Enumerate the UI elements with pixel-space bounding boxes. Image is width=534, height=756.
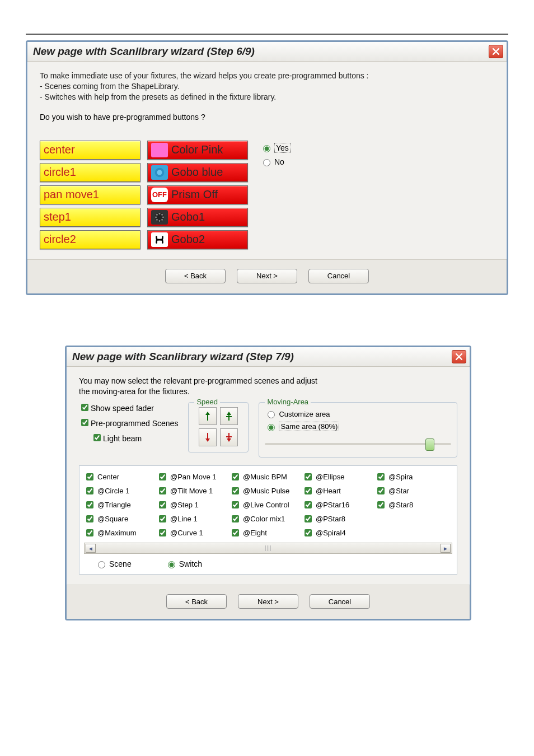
radio-switch[interactable]: Switch: [165, 559, 202, 568]
svg-point-8: [161, 214, 163, 216]
scenes-list-pane: Center @Circle 1 @Triangle @Square @Maxi…: [79, 465, 457, 575]
chk-panmove1[interactable]: @Pan Move 1: [157, 472, 218, 482]
wizard-step7-dialog: New page with Scanlibrary wizard (Step 7…: [65, 346, 471, 621]
chk-pstar16[interactable]: @PStar16: [302, 500, 364, 510]
chk-ellipse[interactable]: @Ellipse: [302, 472, 364, 482]
chk-livecontrol[interactable]: @Live Control: [229, 500, 291, 510]
speed-down-right-button[interactable]: [220, 428, 238, 446]
cancel-button[interactable]: Cancel: [310, 594, 370, 609]
chk-star8-cut[interactable]: @Star8: [375, 500, 413, 510]
chk-spira-cut[interactable]: @Spira: [375, 472, 413, 482]
dialog-title: New page with Scanlibrary wizard (Step 6…: [33, 42, 255, 61]
chk-preprogrammed-scenes[interactable]: Pre-programmed Scenes: [79, 417, 178, 428]
scroll-grip-icon: [265, 545, 271, 551]
svg-point-10: [161, 219, 163, 221]
svg-point-3: [159, 213, 161, 214]
close-icon[interactable]: [452, 350, 466, 363]
off-icon: OFF: [151, 188, 168, 202]
svg-point-9: [156, 219, 158, 221]
next-button[interactable]: Next >: [237, 269, 297, 283]
radio-no[interactable]: No: [260, 157, 291, 166]
area-slider[interactable]: [265, 437, 451, 451]
scene-circle1-button[interactable]: circle1: [40, 163, 140, 182]
switch-prism-off-button[interactable]: OFF Prism Off: [147, 185, 248, 204]
chk-line1[interactable]: @Line 1: [157, 514, 218, 524]
chk-eight[interactable]: @Eight: [229, 528, 291, 538]
titlebar: New page with Scanlibrary wizard (Step 7…: [67, 347, 470, 367]
switch-gobo2-button[interactable]: Gobo2: [147, 230, 248, 249]
back-button[interactable]: < Back: [165, 269, 226, 283]
switch-color-pink-button[interactable]: Color Pink: [147, 141, 248, 160]
radio-yes[interactable]: Yes: [260, 143, 291, 153]
color-pink-icon: [151, 143, 168, 157]
chk-show-speed-fader[interactable]: Show speed fader: [79, 402, 178, 413]
switch-gobo1-button[interactable]: Gobo1: [147, 208, 248, 227]
svg-point-4: [159, 220, 161, 222]
chk-square[interactable]: @Square: [84, 514, 146, 524]
chk-maximum[interactable]: @Maximum: [84, 528, 146, 538]
chk-tiltmove1[interactable]: @Tilt Move 1: [157, 486, 218, 496]
scroll-right-arrow[interactable]: ►: [441, 544, 451, 553]
speed-fieldset: Speed: [188, 402, 249, 452]
chk-star-cut[interactable]: @Star: [375, 486, 413, 496]
options-checks: Show speed fader Pre-programmed Scenes L…: [79, 402, 178, 443]
question-text: Do you wish to have pre-programmed butto…: [40, 113, 494, 122]
svg-point-7: [156, 214, 158, 216]
dialog-title: New page with Scanlibrary wizard (Step 7…: [72, 347, 294, 366]
gobo-blue-icon: [151, 165, 168, 180]
chk-center[interactable]: Center: [84, 472, 146, 482]
chk-heart[interactable]: @Heart: [302, 486, 364, 496]
moving-area-legend: Moving-Area: [265, 398, 311, 406]
chk-pstar8[interactable]: @PStar8: [302, 514, 364, 524]
radio-scene[interactable]: Scene: [95, 559, 132, 568]
intro-text: You may now select the relevant pre-prog…: [79, 376, 457, 397]
scene-circle2-button[interactable]: circle2: [40, 230, 140, 249]
scene-step1-button[interactable]: step1: [40, 208, 140, 227]
button-row: < Back Next > Cancel: [27, 259, 507, 293]
slider-thumb[interactable]: [425, 438, 434, 451]
chk-circle1[interactable]: @Circle 1: [84, 486, 146, 496]
red-buttons-col: Color Pink Gobo blue OFF Prism Off G: [147, 141, 248, 249]
speed-up-right-button[interactable]: [220, 407, 238, 425]
speed-up-left-button[interactable]: [199, 407, 217, 425]
back-button[interactable]: < Back: [166, 594, 227, 609]
chk-musicpulse[interactable]: @Music Pulse: [229, 486, 291, 496]
speed-down-left-button[interactable]: [199, 428, 217, 446]
radio-customize-area[interactable]: Customize area: [265, 409, 451, 418]
yellow-buttons-col: center circle1 pan move1 step1 circle2: [40, 141, 140, 249]
intro-text: To make immediate use of your fixtures, …: [40, 71, 494, 102]
cancel-button[interactable]: Cancel: [308, 269, 369, 283]
horizontal-scrollbar[interactable]: ◄ ►: [84, 543, 452, 554]
titlebar: New page with Scanlibrary wizard (Step 6…: [27, 42, 507, 62]
svg-rect-11: [226, 416, 232, 417]
scene-panmove1-button[interactable]: pan move1: [40, 185, 140, 204]
svg-point-5: [155, 216, 157, 218]
wizard-step6-dialog: New page with Scanlibrary wizard (Step 6…: [26, 40, 508, 295]
scroll-left-arrow[interactable]: ◄: [86, 544, 96, 553]
chk-spiral4[interactable]: @Spiral4: [302, 528, 364, 538]
svg-rect-12: [226, 436, 232, 437]
svg-point-1: [157, 170, 162, 175]
moving-area-fieldset: Moving-Area Customize area Same area (80…: [259, 402, 457, 458]
chk-musicbpm[interactable]: @Music BPM: [229, 472, 291, 482]
chk-curve1[interactable]: @Curve 1: [157, 528, 218, 538]
svg-point-6: [162, 216, 164, 218]
scene-center-button[interactable]: center: [40, 141, 140, 160]
gobo2-icon: [151, 232, 168, 247]
close-icon[interactable]: [489, 45, 503, 58]
speed-legend: Speed: [194, 398, 220, 406]
chk-colormix1[interactable]: @Color mix1: [229, 514, 291, 524]
preprogrammed-radio-group: Yes No: [255, 141, 291, 249]
switch-gobo-blue-button[interactable]: Gobo blue: [147, 163, 248, 182]
radio-same-area[interactable]: Same area (80%): [265, 422, 451, 431]
button-row: < Back Next > Cancel: [67, 585, 470, 619]
chk-step1[interactable]: @Step 1: [157, 500, 218, 510]
next-button[interactable]: Next >: [238, 594, 298, 609]
chk-light-beam[interactable]: Light beam: [91, 432, 178, 443]
gobo1-icon: [151, 210, 168, 225]
chk-triangle[interactable]: @Triangle: [84, 500, 146, 510]
